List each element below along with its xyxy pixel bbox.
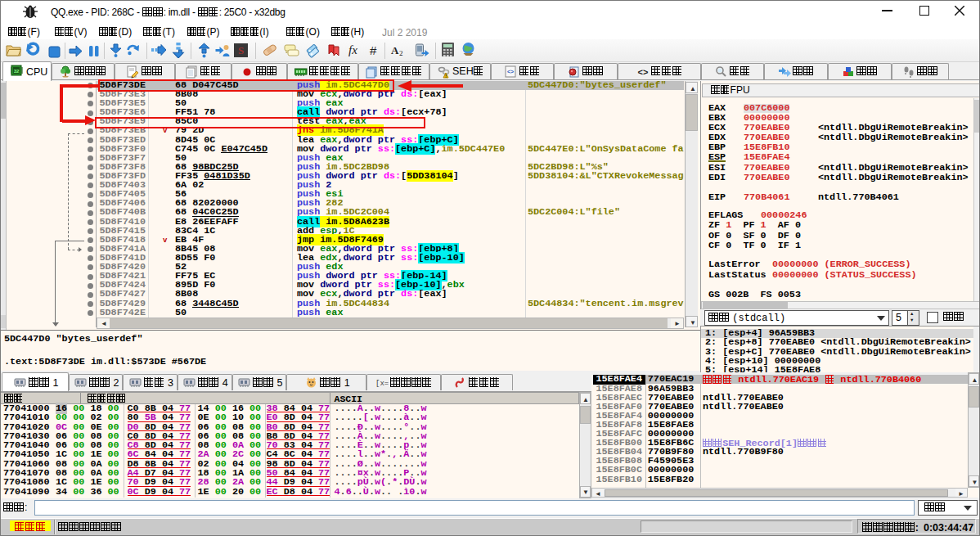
svg-text:2: 2	[399, 49, 403, 57]
svg-text:S: S	[238, 44, 244, 56]
svg-text:<>: <>	[637, 67, 648, 77]
svg-text:32: 32	[14, 69, 20, 74]
svg-text:fx: fx	[348, 43, 357, 56]
svg-text:[x=]: [x=]	[375, 380, 389, 388]
svg-text:#: #	[370, 43, 377, 57]
svg-text:<>: <>	[506, 69, 513, 74]
svg-text:A: A	[391, 44, 399, 56]
